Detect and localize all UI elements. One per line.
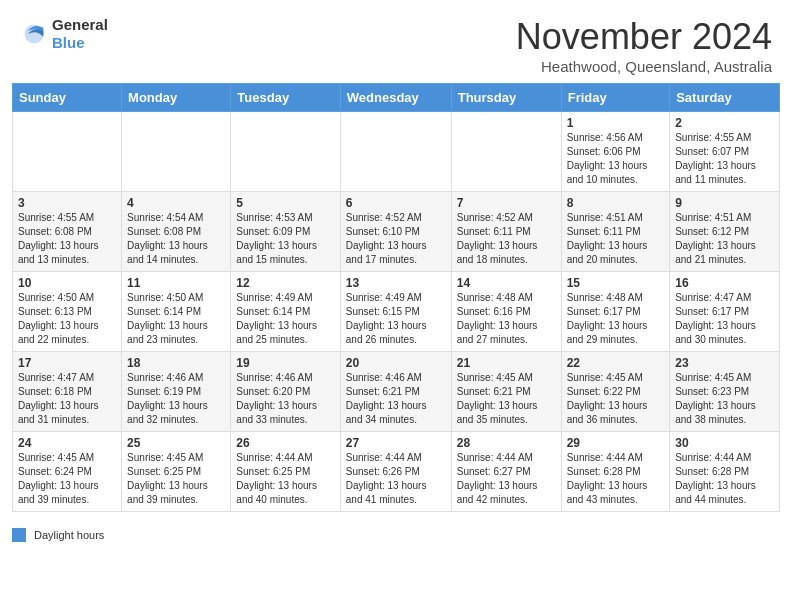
day-number: 9: [675, 196, 774, 210]
day-number: 26: [236, 436, 334, 450]
day-number: 24: [18, 436, 116, 450]
day-info: Sunrise: 4:45 AM Sunset: 6:22 PM Dayligh…: [567, 371, 665, 427]
day-info: Sunrise: 4:50 AM Sunset: 6:13 PM Dayligh…: [18, 291, 116, 347]
calendar-week-3: 10Sunrise: 4:50 AM Sunset: 6:13 PM Dayli…: [13, 272, 780, 352]
day-info: Sunrise: 4:51 AM Sunset: 6:12 PM Dayligh…: [675, 211, 774, 267]
day-number: 10: [18, 276, 116, 290]
calendar-cell: 22Sunrise: 4:45 AM Sunset: 6:22 PM Dayli…: [561, 352, 670, 432]
day-info: Sunrise: 4:45 AM Sunset: 6:24 PM Dayligh…: [18, 451, 116, 507]
day-number: 22: [567, 356, 665, 370]
calendar-cell: 4Sunrise: 4:54 AM Sunset: 6:08 PM Daylig…: [122, 192, 231, 272]
day-of-week-sunday: Sunday: [13, 84, 122, 112]
calendar-cell: 17Sunrise: 4:47 AM Sunset: 6:18 PM Dayli…: [13, 352, 122, 432]
day-info: Sunrise: 4:55 AM Sunset: 6:07 PM Dayligh…: [675, 131, 774, 187]
day-info: Sunrise: 4:55 AM Sunset: 6:08 PM Dayligh…: [18, 211, 116, 267]
day-number: 28: [457, 436, 556, 450]
day-info: Sunrise: 4:53 AM Sunset: 6:09 PM Dayligh…: [236, 211, 334, 267]
calendar-cell: 14Sunrise: 4:48 AM Sunset: 6:16 PM Dayli…: [451, 272, 561, 352]
day-info: Sunrise: 4:56 AM Sunset: 6:06 PM Dayligh…: [567, 131, 665, 187]
day-number: 11: [127, 276, 225, 290]
page-header: General Blue November 2024 Heathwood, Qu…: [0, 0, 792, 83]
calendar-week-5: 24Sunrise: 4:45 AM Sunset: 6:24 PM Dayli…: [13, 432, 780, 512]
calendar-cell: 16Sunrise: 4:47 AM Sunset: 6:17 PM Dayli…: [670, 272, 780, 352]
calendar-cell: 11Sunrise: 4:50 AM Sunset: 6:14 PM Dayli…: [122, 272, 231, 352]
calendar-cell: 6Sunrise: 4:52 AM Sunset: 6:10 PM Daylig…: [340, 192, 451, 272]
calendar-cell: 23Sunrise: 4:45 AM Sunset: 6:23 PM Dayli…: [670, 352, 780, 432]
day-info: Sunrise: 4:46 AM Sunset: 6:20 PM Dayligh…: [236, 371, 334, 427]
day-info: Sunrise: 4:46 AM Sunset: 6:21 PM Dayligh…: [346, 371, 446, 427]
calendar-cell: 30Sunrise: 4:44 AM Sunset: 6:28 PM Dayli…: [670, 432, 780, 512]
day-info: Sunrise: 4:52 AM Sunset: 6:11 PM Dayligh…: [457, 211, 556, 267]
day-info: Sunrise: 4:48 AM Sunset: 6:16 PM Dayligh…: [457, 291, 556, 347]
calendar-cell: 19Sunrise: 4:46 AM Sunset: 6:20 PM Dayli…: [231, 352, 340, 432]
calendar-cell: 10Sunrise: 4:50 AM Sunset: 6:13 PM Dayli…: [13, 272, 122, 352]
day-number: 8: [567, 196, 665, 210]
calendar-week-2: 3Sunrise: 4:55 AM Sunset: 6:08 PM Daylig…: [13, 192, 780, 272]
day-number: 14: [457, 276, 556, 290]
day-number: 16: [675, 276, 774, 290]
calendar-cell: 5Sunrise: 4:53 AM Sunset: 6:09 PM Daylig…: [231, 192, 340, 272]
month-title: November 2024: [516, 16, 772, 58]
day-info: Sunrise: 4:51 AM Sunset: 6:11 PM Dayligh…: [567, 211, 665, 267]
day-of-week-wednesday: Wednesday: [340, 84, 451, 112]
day-of-week-friday: Friday: [561, 84, 670, 112]
day-info: Sunrise: 4:46 AM Sunset: 6:19 PM Dayligh…: [127, 371, 225, 427]
day-number: 3: [18, 196, 116, 210]
day-number: 30: [675, 436, 774, 450]
day-number: 13: [346, 276, 446, 290]
day-info: Sunrise: 4:54 AM Sunset: 6:08 PM Dayligh…: [127, 211, 225, 267]
day-info: Sunrise: 4:44 AM Sunset: 6:27 PM Dayligh…: [457, 451, 556, 507]
day-number: 21: [457, 356, 556, 370]
calendar-cell: 9Sunrise: 4:51 AM Sunset: 6:12 PM Daylig…: [670, 192, 780, 272]
day-info: Sunrise: 4:44 AM Sunset: 6:28 PM Dayligh…: [567, 451, 665, 507]
day-of-week-saturday: Saturday: [670, 84, 780, 112]
day-number: 4: [127, 196, 225, 210]
calendar-wrapper: SundayMondayTuesdayWednesdayThursdayFrid…: [0, 83, 792, 524]
day-number: 7: [457, 196, 556, 210]
day-info: Sunrise: 4:45 AM Sunset: 6:25 PM Dayligh…: [127, 451, 225, 507]
day-info: Sunrise: 4:49 AM Sunset: 6:14 PM Dayligh…: [236, 291, 334, 347]
calendar-cell: 29Sunrise: 4:44 AM Sunset: 6:28 PM Dayli…: [561, 432, 670, 512]
day-info: Sunrise: 4:49 AM Sunset: 6:15 PM Dayligh…: [346, 291, 446, 347]
calendar-cell: 28Sunrise: 4:44 AM Sunset: 6:27 PM Dayli…: [451, 432, 561, 512]
calendar-cell: 13Sunrise: 4:49 AM Sunset: 6:15 PM Dayli…: [340, 272, 451, 352]
calendar-cell: 20Sunrise: 4:46 AM Sunset: 6:21 PM Dayli…: [340, 352, 451, 432]
day-info: Sunrise: 4:48 AM Sunset: 6:17 PM Dayligh…: [567, 291, 665, 347]
calendar-week-1: 1Sunrise: 4:56 AM Sunset: 6:06 PM Daylig…: [13, 112, 780, 192]
calendar-cell: [340, 112, 451, 192]
day-number: 5: [236, 196, 334, 210]
day-info: Sunrise: 4:44 AM Sunset: 6:25 PM Dayligh…: [236, 451, 334, 507]
calendar-cell: 21Sunrise: 4:45 AM Sunset: 6:21 PM Dayli…: [451, 352, 561, 432]
day-info: Sunrise: 4:45 AM Sunset: 6:23 PM Dayligh…: [675, 371, 774, 427]
day-number: 20: [346, 356, 446, 370]
calendar-table: SundayMondayTuesdayWednesdayThursdayFrid…: [12, 83, 780, 512]
legend: Daylight hours: [0, 524, 792, 548]
logo-icon: [20, 20, 48, 48]
logo-line1: General: [52, 16, 108, 34]
day-of-week-thursday: Thursday: [451, 84, 561, 112]
calendar-cell: 15Sunrise: 4:48 AM Sunset: 6:17 PM Dayli…: [561, 272, 670, 352]
day-number: 2: [675, 116, 774, 130]
day-number: 19: [236, 356, 334, 370]
day-number: 12: [236, 276, 334, 290]
calendar-cell: 3Sunrise: 4:55 AM Sunset: 6:08 PM Daylig…: [13, 192, 122, 272]
day-info: Sunrise: 4:52 AM Sunset: 6:10 PM Dayligh…: [346, 211, 446, 267]
legend-label: Daylight hours: [34, 529, 104, 541]
calendar-cell: 1Sunrise: 4:56 AM Sunset: 6:06 PM Daylig…: [561, 112, 670, 192]
day-number: 18: [127, 356, 225, 370]
calendar-cell: [451, 112, 561, 192]
day-number: 17: [18, 356, 116, 370]
calendar-week-4: 17Sunrise: 4:47 AM Sunset: 6:18 PM Dayli…: [13, 352, 780, 432]
calendar-header-row: SundayMondayTuesdayWednesdayThursdayFrid…: [13, 84, 780, 112]
calendar-cell: [122, 112, 231, 192]
title-area: November 2024 Heathwood, Queensland, Aus…: [516, 16, 772, 75]
day-number: 25: [127, 436, 225, 450]
calendar-cell: [13, 112, 122, 192]
day-info: Sunrise: 4:47 AM Sunset: 6:17 PM Dayligh…: [675, 291, 774, 347]
logo: General Blue: [20, 16, 108, 52]
day-info: Sunrise: 4:50 AM Sunset: 6:14 PM Dayligh…: [127, 291, 225, 347]
day-number: 27: [346, 436, 446, 450]
calendar-cell: [231, 112, 340, 192]
calendar-cell: 7Sunrise: 4:52 AM Sunset: 6:11 PM Daylig…: [451, 192, 561, 272]
calendar-cell: 8Sunrise: 4:51 AM Sunset: 6:11 PM Daylig…: [561, 192, 670, 272]
